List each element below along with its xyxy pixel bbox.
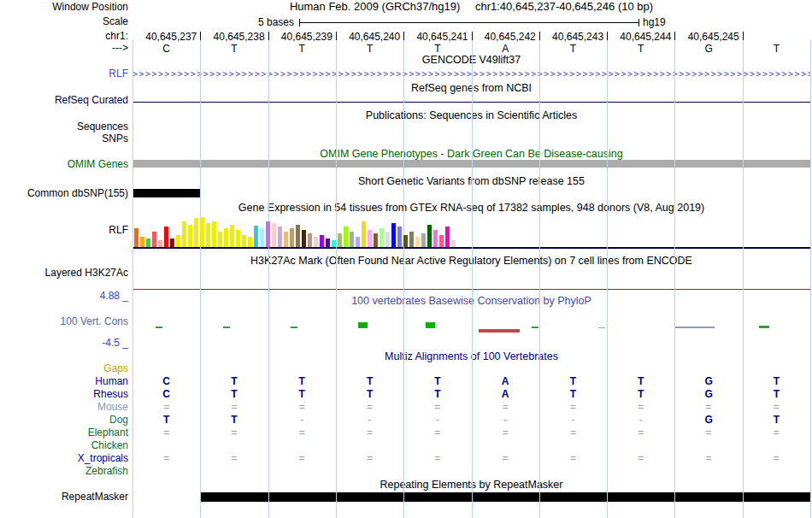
gtex-tissue-bar[interactable] bbox=[403, 235, 408, 247]
track-label-layered-h3k27ac[interactable]: Layered H3K27Ac bbox=[0, 268, 128, 279]
gtex-tissue-bar[interactable] bbox=[439, 235, 444, 247]
species-label-x_tropicals[interactable]: X_tropicals bbox=[0, 453, 128, 464]
gtex-tissue-bar[interactable] bbox=[368, 230, 372, 247]
gtex-tissue-bar[interactable] bbox=[224, 228, 228, 247]
phylop-mark[interactable] bbox=[223, 327, 230, 328]
phylop-mark[interactable] bbox=[426, 322, 435, 328]
gtex-tissue-bar[interactable] bbox=[152, 232, 156, 247]
ruler-tick bbox=[268, 32, 269, 40]
gtex-tissue-bar[interactable] bbox=[236, 230, 240, 247]
gtex-tissue-bar[interactable] bbox=[427, 225, 432, 247]
phylop-mark[interactable] bbox=[479, 329, 520, 333]
alignment-base: = bbox=[228, 453, 240, 464]
gtex-tissue-bar[interactable] bbox=[254, 226, 258, 247]
phylop-mark[interactable] bbox=[675, 327, 715, 328]
gtex-tissue-bar[interactable] bbox=[266, 221, 270, 247]
ruler-coordinate: 40,645,243 bbox=[545, 31, 603, 43]
gtex-tissue-bar[interactable] bbox=[326, 238, 330, 247]
gtex-tissue-bar[interactable] bbox=[200, 217, 204, 247]
multiz-gaps-label[interactable]: Gaps bbox=[0, 363, 128, 374]
gtex-tissue-bar[interactable] bbox=[272, 223, 276, 247]
gtex-tissue-bar[interactable] bbox=[362, 221, 366, 247]
gtex-tissue-bar[interactable] bbox=[350, 232, 354, 247]
gtex-tissue-bar[interactable] bbox=[158, 240, 162, 247]
gtex-tissue-bar[interactable] bbox=[284, 232, 288, 247]
track-label-100-vert-cons[interactable]: 100 Vert. Cons bbox=[0, 316, 128, 327]
gtex-tissue-bar[interactable] bbox=[397, 227, 402, 247]
species-label-chicken[interactable]: Chicken bbox=[0, 440, 128, 451]
gtex-tissue-bar[interactable] bbox=[296, 225, 300, 247]
gtex-tissue-bar[interactable] bbox=[146, 238, 150, 247]
species-label-human[interactable]: Human bbox=[0, 376, 128, 387]
gtex-tissue-bar[interactable] bbox=[134, 228, 138, 247]
track-label-gencode-rlf[interactable]: RLF bbox=[0, 68, 128, 79]
phylop-mark[interactable] bbox=[156, 327, 162, 328]
phylop-mark[interactable] bbox=[532, 327, 538, 328]
species-label-elephant[interactable]: Elephant bbox=[0, 427, 128, 439]
gtex-tissue-bar[interactable] bbox=[176, 235, 180, 247]
gtex-tissue-bar[interactable] bbox=[356, 237, 360, 247]
species-label-rhesus[interactable]: Rhesus bbox=[0, 389, 128, 400]
track-label-gtex-rlf[interactable]: RLF bbox=[0, 225, 128, 236]
track-label-refseq-curated[interactable]: RefSeq Curated bbox=[0, 95, 128, 106]
alignment-base: = bbox=[567, 402, 579, 413]
gtex-tissue-bar[interactable] bbox=[248, 237, 252, 247]
phylop-mark[interactable] bbox=[759, 326, 769, 328]
gtex-tissue-bar[interactable] bbox=[409, 232, 414, 247]
gtex-tissue-bar[interactable] bbox=[164, 227, 168, 247]
track-label-sequences[interactable]: Sequences bbox=[0, 121, 128, 132]
track-label-common-dbsnp[interactable]: Common dbSNP(155) bbox=[0, 188, 128, 199]
ruler-base: T bbox=[432, 43, 444, 55]
gtex-tissue-bar[interactable] bbox=[170, 238, 174, 247]
species-label-dog[interactable]: Dog bbox=[0, 415, 128, 426]
gtex-tissue-bar[interactable] bbox=[344, 227, 348, 247]
track-label-snps[interactable]: SNPs bbox=[0, 133, 128, 144]
repeatmasker-bar[interactable] bbox=[201, 492, 810, 502]
gtex-tissue-bar[interactable] bbox=[320, 235, 324, 247]
alignment-base: T bbox=[228, 415, 240, 426]
ruler-base: T bbox=[228, 43, 240, 55]
track-label-repeatmasker[interactable]: RepeatMasker bbox=[0, 492, 128, 503]
gtex-tissue-bar[interactable] bbox=[278, 227, 282, 247]
gtex-tissue-bar[interactable] bbox=[260, 228, 264, 247]
alignment-base: G bbox=[703, 376, 715, 387]
track-label-omim-genes[interactable]: OMIM Genes bbox=[0, 159, 128, 170]
alignment-base: = bbox=[499, 402, 511, 413]
gtex-tissue-bar[interactable] bbox=[433, 230, 438, 247]
genome-browser-image: Window Position Scale chr1: ---> RLF Ref… bbox=[0, 0, 812, 518]
gtex-tissue-bar[interactable] bbox=[218, 232, 222, 247]
species-label-zebrafish[interactable]: Zebrafish bbox=[0, 466, 128, 477]
dbsnp-variant-bar[interactable] bbox=[132, 189, 200, 197]
alignment-base: C bbox=[161, 389, 173, 400]
species-label-mouse[interactable]: Mouse bbox=[0, 402, 128, 413]
gtex-tissue-bar[interactable] bbox=[308, 233, 312, 247]
gtex-tissue-bar[interactable] bbox=[242, 235, 246, 247]
gtex-tissue-bar[interactable] bbox=[182, 221, 186, 247]
phylop-mark[interactable] bbox=[358, 322, 368, 328]
ruler-base: T bbox=[364, 43, 376, 55]
gtex-tissue-bar[interactable] bbox=[391, 223, 396, 247]
alignment-base: T bbox=[770, 415, 782, 426]
gtex-tissue-bar[interactable] bbox=[332, 240, 336, 247]
gtex-tissue-bar[interactable] bbox=[230, 225, 234, 247]
gtex-tissue-bar[interactable] bbox=[421, 233, 426, 247]
gtex-tissue-bar[interactable] bbox=[302, 230, 306, 247]
gtex-tissue-bar[interactable] bbox=[338, 233, 342, 247]
gtex-tissue-bar[interactable] bbox=[385, 232, 390, 247]
ruler-base: T bbox=[296, 43, 308, 55]
gtex-tissue-bar[interactable] bbox=[415, 237, 420, 247]
gtex-tissue-bar[interactable] bbox=[194, 218, 198, 247]
gtex-tissue-bar[interactable] bbox=[188, 225, 192, 247]
phylop-mark[interactable] bbox=[598, 327, 605, 328]
gtex-tissue-bar[interactable] bbox=[290, 228, 294, 247]
gtex-tissue-bar[interactable] bbox=[451, 240, 456, 247]
gtex-tissue-bar[interactable] bbox=[380, 228, 384, 247]
gtex-tissue-bar[interactable] bbox=[314, 237, 318, 247]
gtex-tissue-bar[interactable] bbox=[212, 221, 216, 247]
gtex-tissue-bar[interactable] bbox=[374, 233, 378, 247]
gtex-tissue-bar[interactable] bbox=[445, 227, 450, 247]
gtex-tissue-bar[interactable] bbox=[140, 237, 144, 247]
gtex-tissue-bar[interactable] bbox=[206, 223, 210, 247]
base-boundary-guide bbox=[200, 40, 201, 518]
phylop-mark[interactable] bbox=[291, 327, 297, 328]
